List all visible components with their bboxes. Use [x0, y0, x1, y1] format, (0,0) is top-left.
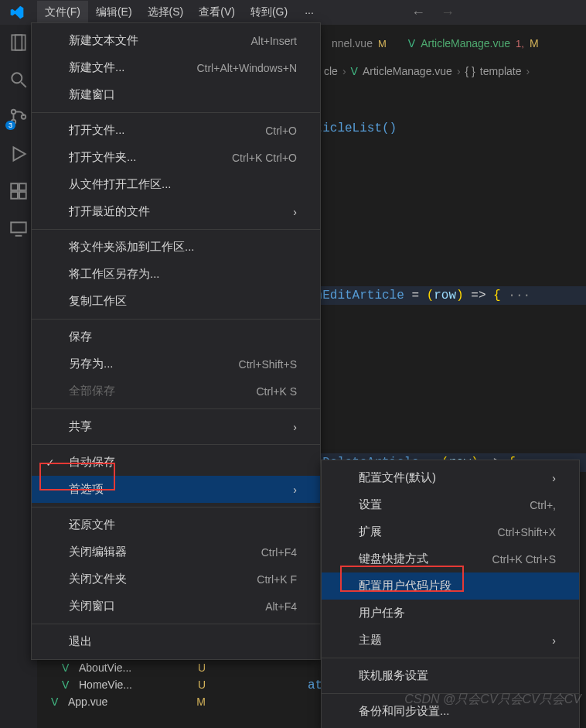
menu-item-label: 从文件打开工作区... [69, 177, 297, 192]
menu-item[interactable]: 将工作区另存为... [32, 261, 320, 288]
menu-item-label: 全部保存 [69, 384, 256, 398]
nav-back-icon[interactable]: ← [411, 5, 425, 21]
menu-item[interactable]: 首选项› [32, 476, 320, 503]
menu-item-label: 关闭编辑器 [69, 545, 261, 559]
chevron-right-icon: › [293, 421, 297, 433]
menu-shortcut: Ctrl+Shift+X [498, 526, 556, 538]
menu-item[interactable]: 打开文件...Ctrl+O [32, 117, 320, 144]
menu-item-label: 另存为... [69, 357, 239, 371]
menu-item-label: 保存 [69, 330, 297, 344]
menu-item[interactable]: 配置用户代码片段 [322, 572, 579, 600]
svg-rect-8 [11, 183, 18, 190]
svg-point-2 [12, 73, 22, 83]
chevron-right-icon: › [293, 206, 297, 218]
tree-item[interactable]: VHomeVie...U [45, 676, 215, 693]
run-debug-icon[interactable] [9, 144, 29, 164]
menu-item-label: 用户任务 [359, 606, 556, 620]
menu-item[interactable]: 设置Ctrl+, [322, 491, 579, 518]
menu-separator [32, 408, 320, 409]
menu-separator [32, 444, 320, 445]
menu-item[interactable]: 新建窗口 [32, 81, 320, 108]
menu-item[interactable]: 关闭文件夹Ctrl+K F [32, 566, 320, 593]
menu-item[interactable]: ✓自动保存 [32, 449, 320, 476]
scm-badge: 3 [5, 121, 15, 130]
menu-item[interactable]: 另存为...Ctrl+Shift+S [32, 350, 320, 378]
source-control-icon[interactable]: 3 [9, 107, 29, 127]
menu-item[interactable]: 关闭编辑器Ctrl+F4 [32, 538, 320, 566]
menu-item-label: 将工作区另存为... [69, 267, 297, 282]
menu-shortcut: Ctrl+F4 [261, 546, 297, 559]
menu-item[interactable]: 打开最近的文件› [32, 198, 320, 225]
menu-item-label: 将文件夹添加到工作区... [69, 240, 297, 255]
vue-icon: V [51, 696, 63, 708]
menu-item-label: 设置 [359, 497, 530, 512]
menu-item-label: 扩展 [359, 525, 498, 539]
menu-item: 全部保存Ctrl+K S [32, 378, 320, 405]
menu-item[interactable]: 联机服务设置 [322, 662, 579, 689]
vue-icon: V [62, 678, 74, 691]
menu-item[interactable]: 关闭窗口Alt+F4 [32, 593, 320, 620]
svg-rect-0 [12, 35, 22, 50]
menu-item-label: 打开文件夹... [69, 150, 232, 165]
menu-item[interactable]: 保存 [32, 323, 320, 350]
svg-rect-1 [15, 35, 26, 50]
menu-item[interactable]: 新建文件...Ctrl+Alt+Windows+N [32, 54, 320, 81]
menu-view[interactable]: 查看(V) [191, 1, 243, 24]
menu-separator [32, 112, 320, 113]
menu-item[interactable]: 共享› [32, 413, 320, 440]
vue-icon: V [351, 65, 358, 77]
preferences-submenu: 配置文件(默认)›设置Ctrl+,扩展Ctrl+Shift+X键盘快捷方式Ctr… [321, 460, 580, 728]
menu-item[interactable]: 扩展Ctrl+Shift+X [322, 518, 579, 545]
menu-item-label: 新建文本文件 [69, 33, 250, 48]
tab-inactive[interactable]: nnel.vue M [321, 27, 397, 60]
menu-item-label: 首选项 [69, 482, 293, 497]
breadcrumb[interactable]: cle› V ArticleManage.vue› { } template› [321, 60, 586, 82]
menu-item[interactable]: 复制工作区 [32, 288, 320, 315]
explorer-icon[interactable] [9, 32, 29, 53]
menu-item[interactable]: 用户任务 [322, 600, 579, 627]
menu-edit[interactable]: 编辑(E) [88, 1, 140, 24]
menu-item-label: 新建窗口 [69, 87, 297, 102]
svg-rect-11 [19, 183, 26, 190]
svg-rect-9 [11, 192, 18, 199]
menu-shortcut: Alt+Insert [250, 35, 297, 47]
menu-item-label: 自动保存 [69, 455, 297, 470]
chevron-right-icon: › [293, 484, 297, 496]
nav-forward-icon[interactable]: → [441, 5, 455, 21]
menu-item[interactable]: 新建文本文件Alt+Insert [32, 27, 320, 54]
menu-item-label: 打开文件... [69, 123, 265, 138]
menu-item-label: 共享 [69, 419, 293, 434]
menu-item-label: 退出 [69, 634, 297, 649]
menu-item[interactable]: 从文件打开工作区... [32, 171, 320, 198]
menu-overflow-icon[interactable]: ··· [295, 2, 323, 23]
menu-separator [322, 658, 579, 658]
remote-icon[interactable] [9, 218, 29, 238]
menu-item-label: 关闭文件夹 [69, 572, 257, 586]
menu-item-label: 还原文件 [69, 518, 297, 532]
svg-rect-10 [19, 192, 26, 199]
menu-select[interactable]: 选择(S) [140, 1, 192, 24]
menu-item[interactable]: 主题› [322, 627, 579, 654]
search-icon[interactable] [9, 70, 29, 90]
menu-separator [32, 229, 320, 230]
menu-item-label: 复制工作区 [69, 294, 297, 309]
tree-item[interactable]: VApp.vueM [45, 693, 215, 710]
menu-item[interactable]: 退出 [32, 628, 320, 655]
tab-active[interactable]: V ArticleManage.vue 1, M [397, 27, 550, 60]
menu-item-label: 主题 [359, 633, 552, 648]
menu-file[interactable]: 文件(F) [37, 1, 88, 24]
extensions-icon[interactable] [9, 181, 29, 201]
menu-item-label: 键盘快捷方式 [359, 552, 492, 566]
menu-item[interactable]: 打开文件夹...Ctrl+K Ctrl+O [32, 144, 320, 171]
svg-marker-7 [14, 147, 26, 160]
menu-item-label: 配置用户代码片段 [359, 579, 556, 593]
menu-item[interactable]: 还原文件 [32, 511, 320, 538]
svg-point-4 [12, 110, 15, 114]
menu-item[interactable]: 键盘快捷方式Ctrl+K Ctrl+S [322, 545, 579, 572]
menubar: 文件(F) 编辑(E) 选择(S) 查看(V) 转到(G) ··· ← → [0, 0, 586, 25]
menu-go[interactable]: 转到(G) [243, 1, 295, 24]
menu-item[interactable]: 配置文件(默认)› [322, 464, 579, 491]
menu-item[interactable]: 将文件夹添加到工作区... [32, 234, 320, 261]
menu-shortcut: Ctrl+Shift+S [239, 358, 297, 371]
tree-item[interactable]: VAboutVie...U [45, 659, 215, 676]
